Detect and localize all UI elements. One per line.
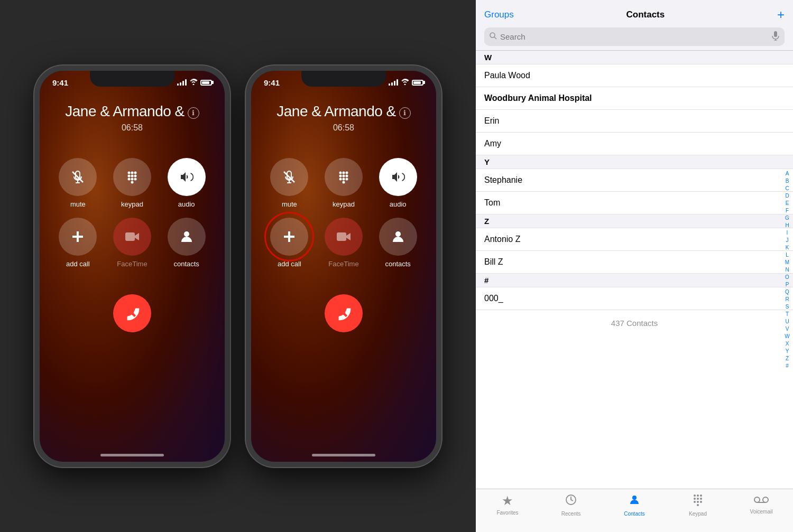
- contact-bill-z[interactable]: Bill Z: [476, 251, 793, 274]
- end-call-btn-right[interactable]: [325, 294, 363, 332]
- contact-amy[interactable]: Amy: [476, 133, 793, 155]
- alpha-f[interactable]: F: [783, 207, 791, 214]
- voicemail-tab-icon: [754, 493, 769, 507]
- contact-woodbury[interactable]: Woodbury Animal Hospital: [476, 87, 793, 110]
- svg-point-39: [694, 501, 696, 503]
- alpha-o[interactable]: O: [783, 274, 791, 281]
- info-btn-right[interactable]: ℹ: [399, 107, 411, 119]
- signal-bar-r2: [391, 82, 393, 86]
- status-icons-left: [177, 79, 212, 87]
- alpha-c[interactable]: C: [783, 185, 791, 192]
- contacts-circle-right: [379, 218, 417, 256]
- alpha-w[interactable]: W: [783, 333, 791, 340]
- mute-btn-right[interactable]: mute: [267, 158, 312, 208]
- facetime-btn-left[interactable]: FaceTime: [110, 218, 155, 268]
- search-input[interactable]: [500, 32, 769, 41]
- contacts-btn-right[interactable]: contacts: [375, 218, 420, 268]
- svg-rect-24: [337, 232, 346, 241]
- contacts-btn-left[interactable]: contacts: [164, 218, 209, 268]
- audio-btn-left[interactable]: audio: [164, 158, 209, 208]
- tab-favorites[interactable]: ★ Favorites: [486, 493, 529, 516]
- signal-bars-right: [389, 79, 398, 86]
- alpha-z[interactable]: Z: [783, 355, 791, 362]
- status-bar-right: 9:41: [251, 71, 436, 87]
- alpha-i[interactable]: I: [783, 229, 791, 236]
- svg-point-18: [342, 174, 345, 177]
- svg-point-32: [632, 496, 637, 500]
- signal-bar-1: [177, 83, 179, 86]
- caller-row-right: Jane & Armando & ℹ: [276, 103, 410, 123]
- end-call-container-left: [113, 294, 151, 332]
- alpha-y[interactable]: Y: [783, 348, 791, 354]
- alpha-v[interactable]: V: [783, 325, 791, 332]
- keypad-btn-left[interactable]: keypad: [110, 158, 155, 208]
- add-call-icon-right: [282, 229, 297, 244]
- alpha-u[interactable]: U: [783, 318, 791, 325]
- alpha-b[interactable]: B: [783, 178, 791, 184]
- alpha-k[interactable]: K: [783, 244, 791, 251]
- svg-point-1: [127, 171, 130, 174]
- alpha-e[interactable]: E: [783, 200, 791, 207]
- alpha-n[interactable]: N: [783, 266, 791, 273]
- mute-icon-right: [282, 170, 297, 184]
- svg-rect-11: [125, 232, 135, 241]
- phone-right: 9:41: [246, 66, 441, 467]
- audio-btn-right[interactable]: audio: [375, 158, 420, 208]
- alpha-p[interactable]: P: [783, 281, 791, 288]
- contact-tom[interactable]: Tom: [476, 192, 793, 214]
- add-contact-button[interactable]: +: [777, 8, 785, 21]
- alpha-l[interactable]: L: [783, 251, 791, 258]
- keypad-circle-left: [113, 158, 151, 196]
- tab-favorites-label: Favorites: [496, 510, 518, 516]
- contact-paula-wood[interactable]: Paula Wood: [476, 64, 793, 87]
- add-call-btn-right[interactable]: add call: [267, 218, 312, 268]
- alpha-hash[interactable]: #: [783, 362, 791, 369]
- microphone-icon: [772, 31, 779, 42]
- add-call-btn-left[interactable]: add call: [56, 218, 100, 268]
- call-content-left: Jane & Armando & ℹ 06:58 mute: [40, 87, 225, 332]
- contact-erin[interactable]: Erin: [476, 110, 793, 133]
- tab-contacts[interactable]: Contacts: [613, 493, 656, 517]
- tab-keypad[interactable]: Keypad: [677, 493, 719, 517]
- facetime-btn-right[interactable]: FaceTime: [321, 218, 366, 268]
- info-btn-left[interactable]: ℹ: [188, 107, 199, 119]
- svg-rect-28: [774, 31, 777, 37]
- contacts-tab-icon: [628, 493, 641, 509]
- status-time-right: 9:41: [264, 78, 280, 87]
- section-hash: #: [476, 274, 793, 287]
- tab-voicemail[interactable]: Voicemail: [740, 493, 782, 515]
- alpha-a[interactable]: A: [783, 170, 791, 177]
- alpha-j[interactable]: J: [783, 237, 791, 244]
- contact-stephanie[interactable]: Stephanie: [476, 169, 793, 192]
- alpha-g[interactable]: G: [783, 214, 791, 221]
- mute-btn-left[interactable]: mute: [56, 158, 100, 208]
- contact-antonio-z[interactable]: Antonio Z: [476, 228, 793, 251]
- svg-point-40: [697, 501, 699, 503]
- alpha-m[interactable]: M: [783, 259, 791, 266]
- alpha-r[interactable]: R: [783, 296, 791, 303]
- audio-icon-right: [391, 170, 405, 184]
- tab-recents[interactable]: Recents: [550, 493, 592, 517]
- keypad-icon-right: [337, 170, 351, 184]
- search-bar[interactable]: [484, 27, 785, 46]
- signal-bar-2: [180, 82, 181, 86]
- end-call-btn-left[interactable]: [113, 294, 151, 332]
- groups-button[interactable]: Groups: [484, 10, 514, 20]
- contact-000[interactable]: 000_: [476, 287, 793, 310]
- alpha-t[interactable]: T: [783, 311, 791, 318]
- alpha-x[interactable]: X: [783, 340, 791, 347]
- home-indicator-left: [100, 454, 164, 456]
- tab-recents-label: Recents: [561, 511, 581, 517]
- audio-label-right: audio: [390, 200, 407, 208]
- alpha-s[interactable]: S: [783, 303, 791, 310]
- tab-voicemail-label: Voicemail: [750, 509, 773, 515]
- svg-point-36: [694, 498, 696, 500]
- keypad-btn-right[interactable]: keypad: [321, 158, 366, 208]
- alpha-index[interactable]: A B C D E F G H I J K L M N O P Q R S T …: [783, 51, 791, 489]
- alpha-h[interactable]: H: [783, 222, 791, 229]
- alpha-d[interactable]: D: [783, 192, 791, 199]
- svg-point-23: [342, 181, 345, 183]
- alpha-q[interactable]: Q: [783, 288, 791, 295]
- svg-point-26: [490, 33, 495, 38]
- mute-circle-right: [270, 158, 308, 196]
